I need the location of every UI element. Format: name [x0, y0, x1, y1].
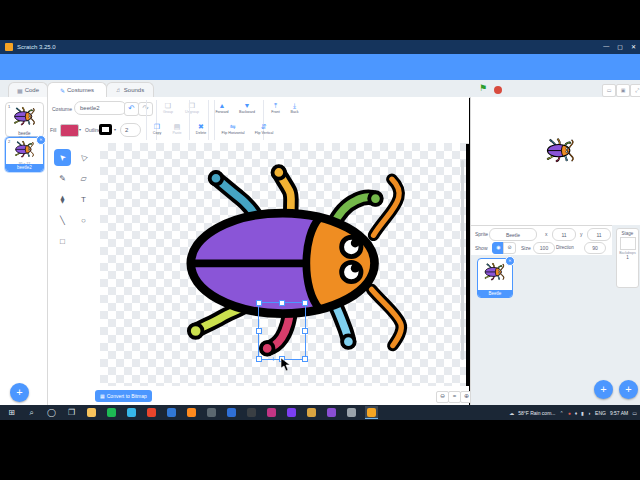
language-indicator[interactable]: ENG — [595, 410, 606, 416]
weather-icon: ☁ — [509, 410, 514, 416]
selection-handle[interactable] — [256, 300, 262, 306]
taskbar-edge-browser-icon[interactable] — [125, 406, 138, 419]
sprite-name-input[interactable]: Beetle — [489, 228, 537, 241]
tab-sounds-label: Sounds — [124, 87, 144, 93]
tool-line[interactable]: ╲ — [54, 212, 71, 229]
selection-handle[interactable] — [256, 356, 262, 362]
battery-icon[interactable]: ▮ — [581, 410, 584, 416]
taskbar-file-explorer-icon[interactable] — [85, 406, 98, 419]
taskbar-app-slate-icon[interactable] — [205, 406, 218, 419]
x-input[interactable]: 11 — [552, 228, 576, 241]
tab-code[interactable]: ▦ Code — [8, 82, 48, 97]
costume-item-beetle[interactable]: 1 beetle 95 x 76 — [5, 102, 44, 137]
direction-input[interactable]: 90 — [584, 242, 606, 254]
selection-handle[interactable] — [302, 328, 308, 334]
undo-button[interactable]: ↶ — [124, 102, 139, 116]
notification-icon[interactable]: ▭ — [632, 410, 637, 416]
paint-tools: ➤▷✎▱⧫T╲○□ — [54, 149, 96, 250]
taskbar-scratch-app-icon[interactable] — [365, 406, 378, 419]
taskbar-app-green-icon[interactable] — [105, 406, 118, 419]
weather-text[interactable]: 58°F Rain com... — [518, 410, 555, 416]
small-stage-button[interactable]: ▭ — [602, 84, 616, 97]
tool-text[interactable]: T — [75, 191, 92, 208]
tool-rectangle[interactable]: □ — [54, 233, 71, 250]
size-input[interactable]: 100 — [533, 242, 555, 254]
clock[interactable]: 9:57 AM — [610, 410, 628, 416]
stage-sprite-beetle[interactable] — [543, 137, 579, 163]
taskbar-firefox-icon[interactable] — [185, 406, 198, 419]
costume-item-beetle2[interactable]: 2 95 x 77 beetle2 ✕ — [5, 137, 44, 172]
tool-select[interactable]: ➤ — [54, 149, 71, 166]
tool-eraser[interactable]: ▱ — [75, 170, 92, 187]
backward-icon: ▼ — [234, 102, 260, 110]
paste-button[interactable]: ▤ Paste — [168, 123, 186, 135]
hide-button[interactable]: ⊘ — [503, 242, 516, 254]
outline-color-swatch[interactable] — [99, 124, 112, 135]
delete-button[interactable]: ✖ Delete — [191, 123, 211, 135]
copy-button[interactable]: ❐ Copy — [148, 123, 166, 135]
tool-circle[interactable]: ○ — [75, 212, 92, 229]
taskbar-task-view-icon[interactable]: ❐ — [65, 406, 78, 419]
delete-sprite-badge[interactable]: ✕ — [505, 256, 515, 266]
taskbar-app-sand-icon[interactable] — [305, 406, 318, 419]
taskbar-app-magenta-icon[interactable] — [265, 406, 278, 419]
selection-handle[interactable] — [302, 300, 308, 306]
add-sprite-button[interactable]: + — [594, 380, 613, 399]
taskbar-app-orange-red-icon[interactable] — [145, 406, 158, 419]
fill-color-swatch[interactable] — [60, 124, 79, 137]
selection-handle[interactable] — [302, 356, 308, 362]
paste-label: Paste — [168, 131, 186, 135]
close-icon[interactable]: ✕ — [631, 43, 636, 50]
back-label: Back — [286, 110, 303, 114]
maximize-icon[interactable]: ▢ — [617, 43, 623, 50]
taskbar-cortana-icon[interactable]: ◯ — [45, 406, 58, 419]
front-button[interactable]: ⤒ Front — [266, 102, 285, 114]
reshape-tool-icon: ▷ — [78, 152, 89, 163]
hidden-icons-chevron[interactable]: ⌃ — [559, 410, 563, 416]
direction-label: Direction — [556, 245, 574, 250]
taskbar-app-dark-icon[interactable] — [245, 406, 258, 419]
selection-handle[interactable] — [279, 300, 285, 306]
window-titlebar: Scratch 3.25.0 — ▢ ✕ — [0, 40, 640, 54]
mic-icon[interactable]: ♦ — [575, 410, 578, 416]
y-input[interactable]: 11 — [587, 228, 611, 241]
taskbar-app-blue-icon[interactable] — [165, 406, 178, 419]
taskbar-app-violet-icon[interactable] — [325, 406, 338, 419]
add-costume-button[interactable]: + — [10, 383, 29, 402]
back-button[interactable]: ⤓ Back — [286, 102, 303, 114]
fullscreen-button[interactable]: ⤢ — [630, 84, 640, 97]
delete-costume-badge[interactable]: ✕ — [36, 135, 46, 145]
taskbar-app-gray-icon[interactable] — [345, 406, 358, 419]
tool-reshape[interactable]: ▷ — [75, 149, 92, 166]
taskbar-app-blue-2-icon[interactable] — [225, 406, 238, 419]
add-backdrop-button[interactable]: + — [619, 380, 638, 399]
costume-list: 1 beetle 95 x 76 2 95 x 77 beetle2 ✕ — [0, 97, 48, 405]
costume-name-input[interactable]: beetle2 — [74, 101, 127, 115]
ungroup-button[interactable]: ❐ Ungroup — [179, 102, 205, 114]
minimize-icon[interactable]: — — [603, 43, 609, 50]
select-tool-icon: ➤ — [57, 152, 68, 163]
convert-to-bitmap-button[interactable]: ▦ Convert to Bitmap — [95, 390, 152, 402]
tab-sounds[interactable]: ♬ Sounds — [106, 82, 154, 97]
flip-vertical-button[interactable]: ⇵ Flip Vertical — [251, 123, 277, 135]
taskbar-start-icon[interactable]: ⊞ — [5, 406, 18, 419]
backward-button[interactable]: ▼ Backward — [234, 102, 260, 114]
flip-horizontal-button[interactable]: ⇋ Flip Horizontal — [217, 123, 249, 135]
taskbar-search-icon[interactable]: ⌕ — [25, 406, 38, 419]
taskbar-app-purple-icon[interactable] — [285, 406, 298, 419]
selection-handle[interactable] — [256, 328, 262, 334]
canvas-vertical-scrollbar[interactable] — [461, 160, 464, 360]
tool-fill[interactable]: ⧫ — [54, 191, 71, 208]
selection-box[interactable] — [258, 302, 306, 360]
tool-brush[interactable]: ✎ — [54, 170, 71, 187]
stop-icon[interactable] — [494, 86, 502, 94]
sprite-item-beetle[interactable]: Beetle ✕ — [477, 258, 513, 298]
tab-costumes[interactable]: ✎ Costumes — [47, 82, 107, 97]
large-stage-button[interactable]: ▣ — [616, 84, 630, 97]
app-slate-glyph — [207, 408, 216, 417]
green-flag-icon[interactable]: ⚑ — [479, 83, 487, 93]
stroke-width-input[interactable]: 2 — [120, 123, 141, 137]
group-button[interactable]: ❏ Group — [158, 102, 178, 114]
volume-icon[interactable]: ◗ — [588, 410, 591, 416]
stage-selector[interactable]: Stage Backdrops 1 — [616, 228, 639, 288]
